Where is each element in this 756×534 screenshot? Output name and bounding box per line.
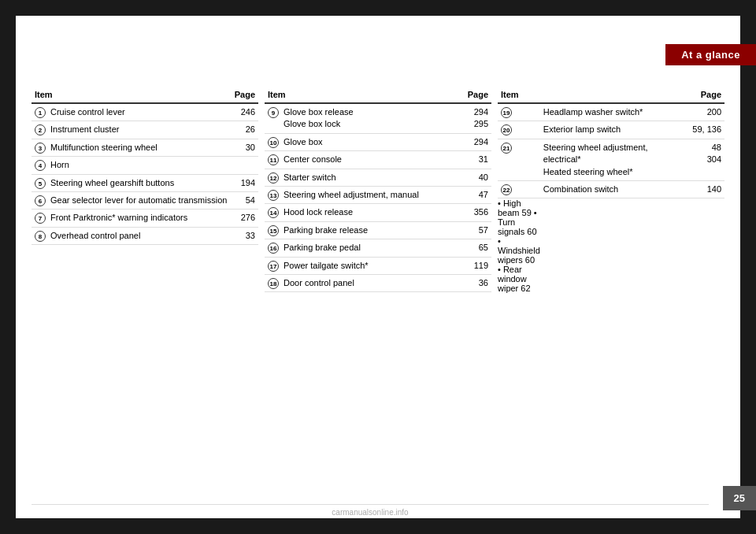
table3-item-header: Item xyxy=(498,87,689,103)
page-number-cell: 194 xyxy=(232,174,258,191)
item-number: 8 xyxy=(32,227,47,244)
table-section-1: Item Page 1 Cruise control lever 246 2 I… xyxy=(32,87,258,293)
item-text: Exterior lamp switch xyxy=(540,121,689,139)
item-text: Steering wheel adjustment, manual xyxy=(280,186,458,203)
table-row: 12 Starter switch 40 xyxy=(265,169,491,186)
page-number-cell xyxy=(232,157,258,174)
table2-page-header: Page xyxy=(458,87,491,103)
table-row: 18 Door control panel 36 xyxy=(265,274,491,291)
item-text: Gear selector lever for automatic transm… xyxy=(47,191,232,209)
page-number-cell: 36 xyxy=(458,274,491,291)
page-title: At a glance xyxy=(681,49,740,61)
item-text: Parking brake release xyxy=(280,221,458,239)
item-number: 18 xyxy=(265,274,280,291)
content-area: Item Page 1 Cruise control lever 246 2 I… xyxy=(32,87,724,293)
page-number-cell: 140 xyxy=(689,180,724,198)
item-number: 7 xyxy=(32,210,47,227)
table-3: Item Page 19 Headlamp washer switch* 200… xyxy=(498,87,724,293)
table-row: 13 Steering wheel adjustment, manual 47 xyxy=(265,186,491,203)
item-text: Horn xyxy=(47,157,232,174)
table-section-2: Item Page 9 Glove box releaseGlove box l… xyxy=(265,87,491,293)
table1-item-header: Item xyxy=(32,87,232,103)
item-text: Steering wheel adjustment, electrical*He… xyxy=(540,139,689,180)
page-number-cell: 33 xyxy=(232,227,258,244)
item-text: Steering wheel gearshift buttons xyxy=(47,174,232,191)
table-row: 2 Instrument cluster 26 xyxy=(32,121,258,139)
item-number: 1 xyxy=(32,103,47,121)
item-number: 10 xyxy=(265,133,280,150)
table1-page-header: Page xyxy=(232,87,258,103)
item-number: 22 xyxy=(498,180,540,198)
item-number: 9 xyxy=(265,103,280,133)
table-1: Item Page 1 Cruise control lever 246 2 I… xyxy=(32,87,258,245)
page-number-cell: 30 xyxy=(232,139,258,156)
page-number-cell: 26 xyxy=(232,121,258,139)
table3-page-header: Page xyxy=(689,87,724,103)
item-number: 21 xyxy=(498,139,540,180)
item-text: Instrument cluster xyxy=(47,121,232,139)
table-row: 3 Multifunction steering wheel 30 xyxy=(32,139,258,156)
page-number-cell: 276 xyxy=(232,210,258,227)
table2-item-header: Item xyxy=(265,87,458,103)
page-number-cell: 47 xyxy=(458,186,491,203)
watermark: carmanualsonline.info xyxy=(32,504,709,517)
item-text: Headlamp washer switch* xyxy=(540,103,689,121)
page-number-cell: 31 xyxy=(458,151,491,169)
item-text: Center console xyxy=(280,151,458,169)
page-number-cell: 200 xyxy=(689,103,724,121)
item-text: Hood lock release xyxy=(280,204,458,221)
table-row: 16 Parking brake pedal 65 xyxy=(265,239,491,257)
page-number-cell: 356 xyxy=(458,204,491,221)
item-text: Front Parktronic* warning indicators xyxy=(47,210,232,227)
table-row: 22 Combination switch 140 xyxy=(498,180,724,198)
table-row: 9 Glove box releaseGlove box lock 294295 xyxy=(265,103,491,133)
item-number: 3 xyxy=(32,139,47,156)
item-number: 15 xyxy=(265,221,280,239)
table-row: 8 Overhead control panel 33 xyxy=(32,227,258,244)
table-row: 1 Cruise control lever 246 xyxy=(32,103,258,121)
table-row: 19 Headlamp washer switch* 200 xyxy=(498,103,724,121)
item-number: 2 xyxy=(32,121,47,139)
table-row: 6 Gear selector lever for automatic tran… xyxy=(32,191,258,209)
item-text: Glove box xyxy=(280,133,458,150)
item-text: Starter switch xyxy=(280,169,458,186)
table-row: 20 Exterior lamp switch 59, 136 xyxy=(498,121,724,139)
item-text: Overhead control panel xyxy=(47,227,232,244)
page-number-cell: 48304 xyxy=(689,139,724,180)
page-number-cell: 119 xyxy=(458,257,491,274)
item-number: 14 xyxy=(265,204,280,221)
page-number-cell: 65 xyxy=(458,239,491,257)
item-text: Door control panel xyxy=(280,274,458,291)
item-number: 13 xyxy=(265,186,280,203)
table-row: 14 Hood lock release 356 xyxy=(265,204,491,221)
table-section-3: Item Page 19 Headlamp washer switch* 200… xyxy=(498,87,724,293)
item-number: 4 xyxy=(32,157,47,174)
item-text: Glove box releaseGlove box lock xyxy=(280,103,458,133)
table-row: 17 Power tailgate switch* 119 xyxy=(265,257,491,274)
item-number: 16 xyxy=(265,239,280,257)
item-text: Cruise control lever xyxy=(47,103,232,121)
table-row: 11 Center console 31 xyxy=(265,151,491,169)
table-2: Item Page 9 Glove box releaseGlove box l… xyxy=(265,87,491,292)
table-row: 10 Glove box 294 xyxy=(265,133,491,150)
table-row: 15 Parking brake release 57 xyxy=(265,221,491,239)
table-row: 5 Steering wheel gearshift buttons 194 xyxy=(32,174,258,191)
table-row: 21 Steering wheel adjustment, electrical… xyxy=(498,139,724,180)
item-number: 5 xyxy=(32,174,47,191)
item-text: Power tailgate switch* xyxy=(280,257,458,274)
page-number-cell: 59, 136 xyxy=(689,121,724,139)
item-text: Combination switch xyxy=(540,180,689,198)
page-number-cell: 57 xyxy=(458,221,491,239)
page-number-cell: 40 xyxy=(458,169,491,186)
title-banner: At a glance xyxy=(665,44,756,65)
item-text: Parking brake pedal xyxy=(280,239,458,257)
page-number-cell: 246 xyxy=(232,103,258,121)
page-number-cell: 54 xyxy=(232,191,258,209)
page-number-cell: 294 xyxy=(458,133,491,150)
table-row: 7 Front Parktronic* warning indicators 2… xyxy=(32,210,258,227)
item-number: 19 xyxy=(498,103,540,121)
item-number: 17 xyxy=(265,257,280,274)
item-number: 11 xyxy=(265,151,280,169)
table-row: 4 Horn xyxy=(32,157,258,174)
item-text: Multifunction steering wheel xyxy=(47,139,232,156)
